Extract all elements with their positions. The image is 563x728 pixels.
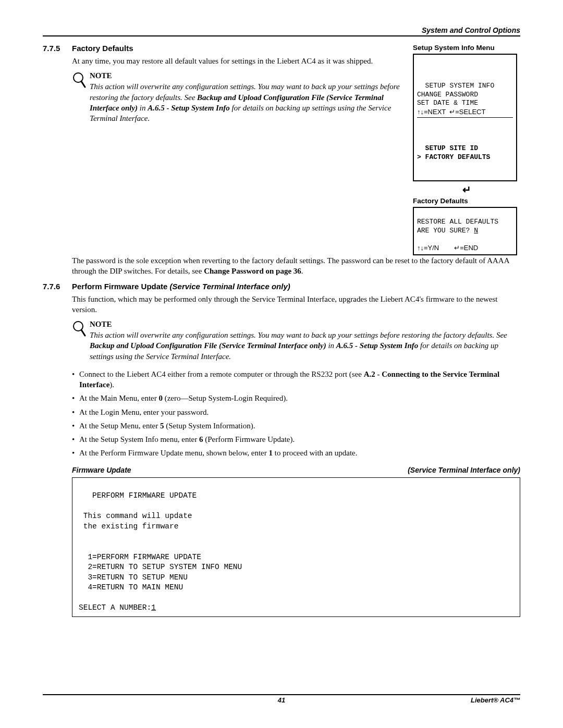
product-name: Liebert® AC4™ <box>471 696 520 704</box>
svg-line-3 <box>81 330 85 336</box>
section-775-heading: 7.7.5 Factory Defaults <box>43 44 406 53</box>
note-text-part: in <box>326 341 336 350</box>
note-body: This action will overwrite any configura… <box>90 82 400 122</box>
section-number: 7.7.5 <box>43 44 72 53</box>
term-prompt: SELECT A NUMBER:1 <box>79 603 156 612</box>
sti-only-label: (Service Terminal Interface only) <box>408 466 520 474</box>
note-bold-ref: A.6.5 - Setup System Info <box>148 104 230 112</box>
firmware-title-row: Firmware Update (Service Terminal Interf… <box>72 466 520 474</box>
lcd-line: SETUP SITE ID <box>417 144 478 152</box>
intro-paragraph: At any time, you may restore all default… <box>72 56 406 66</box>
note-block-776: NOTE This action will overwrite any conf… <box>72 320 520 362</box>
header-rule <box>43 35 520 36</box>
lcd-line-selected: > FACTORY DEFAULTS <box>417 153 490 161</box>
lcd-setup-system-info: SETUP SYSTEM INFO CHANGE PASSWORD SET DA… <box>413 54 517 181</box>
intro-paragraph-776: This function, which may be performed on… <box>72 294 520 315</box>
term-line: 3=RETURN TO SETUP MENU <box>79 573 188 582</box>
list-item: At the Setup System Info menu, enter 6 (… <box>72 434 520 445</box>
setup-menu-label: Setup System Info Menu <box>413 44 520 52</box>
list-item: Connect to the Liebert AC4 either from a… <box>72 369 520 390</box>
section-number: 7.7.6 <box>43 282 72 291</box>
lcd-line: RESTORE ALL DEFAULTS <box>417 218 498 226</box>
lcd-nav-line: ↑↓=NEXT ↵=SELECT <box>417 108 513 118</box>
note-heading: NOTE <box>90 320 520 329</box>
term-blank <box>79 542 83 551</box>
lcd-line: CHANGE PASSWORD <box>417 91 478 98</box>
lcd-line: SETUP SYSTEM INFO <box>417 82 494 90</box>
note-bold-ref: A.6.5 - Setup System Info <box>336 341 419 350</box>
steps-list: Connect to the Liebert AC4 either from a… <box>72 369 520 459</box>
term-line: This command will update <box>79 512 192 520</box>
svg-line-1 <box>81 81 85 87</box>
magnifier-icon <box>72 71 90 91</box>
page-footer: 41 Liebert® AC4™ <box>43 692 520 704</box>
term-blank <box>79 594 83 602</box>
lcd-blank <box>417 235 421 243</box>
text-run: . <box>301 267 303 275</box>
term-line: 4=RETURN TO MAIN MENU <box>79 583 183 591</box>
note-text-part: This action will overwrite any configura… <box>90 331 507 339</box>
list-item: At the Perform Firmware Update menu, sho… <box>72 448 520 458</box>
footer-rule <box>43 694 520 695</box>
term-line: 2=RETURN TO SETUP SYSTEM INFO MENU <box>79 563 242 571</box>
note-bold-ref: Backup and Upload Configuration File (Se… <box>90 341 326 350</box>
bold-ref: Change Password on page 36 <box>204 267 301 275</box>
lcd-nav-line: ↑↓=Y/N ↵=END <box>417 244 478 252</box>
note-text-part: in <box>138 104 148 112</box>
running-header: System and Control Options <box>43 26 520 34</box>
list-item: At the Main Menu, enter 0 (zero—Setup Sy… <box>72 393 520 403</box>
term-blank <box>79 502 83 510</box>
note-block: NOTE This action will overwrite any conf… <box>72 71 406 124</box>
section-title: Perform Firmware Update (Service Termina… <box>72 282 290 291</box>
firmware-update-label: Firmware Update <box>72 466 131 474</box>
lcd-line: SET DATE & TIME <box>417 99 478 107</box>
lcd-line: ARE YOU SURE? N <box>417 227 478 235</box>
password-paragraph: The password is the sole exception when … <box>72 255 520 277</box>
term-line: PERFORM FIRMWARE UPDATE <box>79 491 197 500</box>
term-line: 1=PERFORM FIRMWARE UPDATE <box>79 553 201 561</box>
note-body: This action will overwrite any configura… <box>90 331 507 361</box>
terminal-firmware-update: PERFORM FIRMWARE UPDATE This command wil… <box>72 477 520 617</box>
list-item: At the Setup Menu, enter 5 (Setup System… <box>72 421 520 431</box>
lcd-factory-defaults: RESTORE ALL DEFAULTS ARE YOU SURE? N ↑↓=… <box>413 207 517 255</box>
note-heading: NOTE <box>90 71 406 80</box>
magnifier-icon <box>72 320 90 340</box>
enter-icon: ↵ <box>413 183 520 196</box>
term-blank <box>79 533 83 541</box>
factory-defaults-label: Factory Defaults <box>413 197 520 205</box>
term-line: the existing firmware <box>79 522 178 530</box>
list-item: At the Login Menu, enter your password. <box>72 407 520 417</box>
section-776-heading: 7.7.6 Perform Firmware Update (Service T… <box>43 282 520 291</box>
page-number: 41 <box>43 696 520 704</box>
section-title: Factory Defaults <box>72 44 133 53</box>
